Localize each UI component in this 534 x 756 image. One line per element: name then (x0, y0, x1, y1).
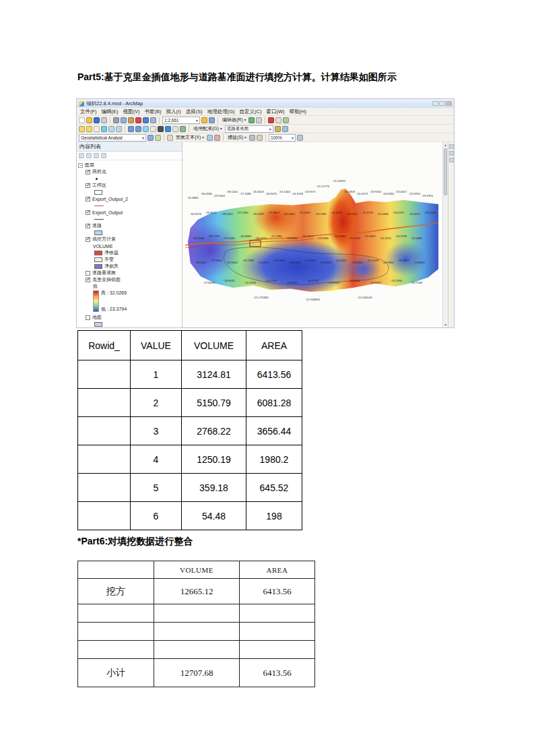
list-by-visibility-icon[interactable] (94, 153, 99, 158)
menu-item[interactable]: 选择(S) (186, 108, 203, 115)
clear-selection-icon[interactable] (150, 126, 156, 132)
layout-icon[interactable] (167, 135, 173, 141)
map-view[interactable]: 31.684130.094629.316428.120427.208626.30… (182, 142, 442, 327)
back-extent-icon[interactable] (128, 126, 134, 132)
layer-visibility-checkbox[interactable] (86, 210, 90, 215)
toc-item-layers[interactable]: −图层 (77, 162, 182, 168)
refresh-icon[interactable] (297, 135, 303, 141)
menu-item[interactable]: 编辑(E) (102, 108, 119, 115)
find-icon[interactable] (172, 126, 178, 132)
print-icon[interactable] (101, 117, 107, 123)
measure-icon[interactable] (180, 126, 186, 132)
page-text-menu[interactable]: 页面文本(X) ▾ (174, 134, 205, 141)
delete-icon[interactable] (135, 117, 141, 123)
menu-item[interactable]: 自定义(C) (240, 108, 262, 115)
scroll-down-icon[interactable]: ▼ (443, 322, 448, 327)
toc-item-road[interactable]: 道路 (77, 222, 182, 229)
select-features-icon[interactable] (143, 126, 149, 132)
menu-item[interactable]: 书签(B) (145, 108, 162, 115)
list-by-drawing-order-icon[interactable] (79, 153, 84, 158)
copy-icon[interactable] (121, 117, 127, 123)
scroll-up-icon[interactable]: ▲ (443, 142, 448, 148)
editor-menu[interactable]: 编辑器(R) ▾ (221, 117, 247, 123)
layer-visibility-checkbox[interactable] (86, 224, 90, 228)
table-cell: 2 (131, 389, 182, 417)
snapping-menu[interactable]: 捕捉(S) ▾ (226, 134, 248, 141)
dock-tool-icon-3[interactable] (449, 158, 454, 162)
geostatistical-analyst-combo[interactable]: Geostatistical Analyst▾ (79, 134, 146, 141)
pan-icon[interactable] (94, 126, 100, 132)
layer-visibility-checkbox[interactable] (86, 197, 90, 201)
zoom-out-icon[interactable] (86, 126, 92, 132)
list-by-selection-icon[interactable] (101, 153, 106, 158)
menu-item[interactable]: 文件(F) (80, 108, 97, 115)
layer-visibility-checkbox[interactable] (86, 237, 90, 242)
elevation-point-label: 25.0593 (273, 259, 285, 262)
collapse-icon[interactable]: − (78, 163, 83, 168)
geostat-wizard-icon[interactable] (147, 135, 154, 141)
toc-item-kriging[interactable]: 克里金插值图 (77, 276, 182, 283)
dock-tool-icon-1[interactable] (449, 144, 454, 149)
model-builder-icon[interactable] (283, 117, 289, 123)
toc-item-export-output-2[interactable]: Export_Output_2 (77, 195, 182, 202)
add-data-icon[interactable] (201, 117, 207, 123)
cut-icon[interactable] (113, 117, 119, 123)
layer-visibility-checkbox[interactable] (86, 271, 90, 276)
georeferencing-layer-combo[interactable]: 道路基准面▾ (225, 125, 273, 133)
select-elements-icon[interactable] (158, 126, 164, 132)
layer-symbol (94, 190, 102, 195)
text-icon[interactable] (207, 135, 213, 141)
edit-sketch-icon[interactable] (248, 117, 255, 123)
edit-attributes-icon[interactable] (256, 117, 262, 123)
menu-item[interactable]: 窗口(W) (266, 108, 284, 115)
toc-item-export-output[interactable]: Export_Output (77, 209, 182, 216)
toc-item-road-datum[interactable]: 道路基准面 (77, 270, 182, 276)
snap-edge-icon[interactable] (257, 135, 263, 141)
paste-icon[interactable] (128, 117, 134, 123)
layer-visibility-checkbox[interactable] (86, 315, 90, 320)
forward-extent-icon[interactable] (135, 126, 141, 132)
attribute-table-icon[interactable] (209, 117, 215, 123)
toolbox-icon[interactable] (268, 117, 274, 123)
fixed-zoom-in-icon[interactable] (108, 126, 114, 132)
menu-item[interactable]: 视图(V) (123, 108, 140, 115)
toc-item-elevation-points[interactable]: 高程点 (77, 168, 182, 175)
python-icon[interactable] (275, 117, 281, 123)
scrollbar-thumb[interactable] (444, 148, 447, 195)
toc-item-map[interactable]: 地图 (77, 314, 182, 321)
layer-visibility-checkbox[interactable] (86, 278, 90, 282)
save-icon[interactable] (94, 117, 100, 123)
layer-visibility-checkbox[interactable] (86, 170, 90, 175)
elevation-point-label: 31.6841 (187, 196, 199, 199)
zoom-percent-combo[interactable]: 100%▾ (269, 134, 296, 141)
maximize-button[interactable] (439, 101, 445, 106)
georeferencing-menu[interactable]: 地理配准(G) ▾ (192, 125, 224, 132)
explore-data-icon[interactable] (155, 135, 161, 141)
layer-visibility-checkbox[interactable] (86, 183, 90, 188)
dock-tool-icon-2[interactable] (449, 151, 454, 156)
add-control-points-icon[interactable] (275, 126, 281, 132)
menu-item[interactable]: 帮助(H) (290, 108, 306, 115)
close-button[interactable] (446, 101, 452, 106)
menu-item[interactable]: 地理处理(G) (207, 108, 235, 115)
new-document-icon[interactable] (79, 117, 85, 123)
minimize-button[interactable] (432, 101, 438, 106)
open-folder-icon[interactable] (86, 117, 92, 123)
draw-icon[interactable] (214, 135, 220, 141)
toc-item-cutfill[interactable]: 填挖方计算 (77, 236, 182, 243)
menu-item[interactable]: 插入(I) (166, 108, 181, 115)
full-extent-icon[interactable] (101, 126, 107, 132)
table-row: 1 3124.81 6413.56 (78, 360, 302, 389)
list-by-source-icon[interactable] (86, 153, 92, 158)
map-vertical-scrollbar[interactable]: ▲ ▼ (442, 142, 448, 327)
table-of-contents-panel: 内容列表 −图层高程点工作区Export_Output_2Export_Outp… (77, 142, 182, 327)
undo-icon[interactable] (143, 117, 149, 123)
redo-icon[interactable] (150, 117, 156, 123)
view-link-table-icon[interactable] (282, 126, 288, 132)
snap-point-icon[interactable] (249, 135, 255, 141)
fixed-zoom-out-icon[interactable] (116, 126, 122, 132)
map-scale-combo[interactable]: 1:2,661▾ (162, 117, 200, 124)
zoom-in-icon[interactable] (79, 126, 85, 132)
toc-item-work-area[interactable]: 工作区 (77, 182, 182, 189)
identify-icon[interactable] (165, 126, 171, 132)
